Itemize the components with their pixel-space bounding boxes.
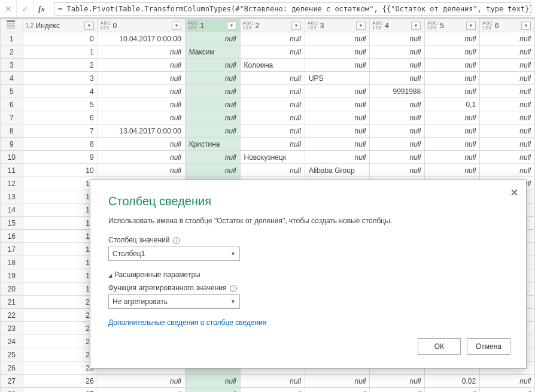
cell[interactable]: 25 <box>23 361 98 375</box>
cell[interactable]: 19 <box>23 282 98 296</box>
table-row[interactable]: 2726nullnullnullnullnull0,02null <box>1 375 535 388</box>
row-number[interactable]: 11 <box>1 164 23 177</box>
cell[interactable]: 0,02 <box>425 375 480 388</box>
cell[interactable]: 7 <box>23 124 98 138</box>
table-row[interactable]: 32nullnullКоломнаnullnullnullnull <box>1 59 535 72</box>
cell[interactable]: null <box>240 138 305 151</box>
row-number[interactable]: 24 <box>1 335 23 348</box>
cell[interactable]: null <box>185 124 240 138</box>
column-header[interactable]: ABC1231▾ <box>185 19 240 32</box>
cell[interactable]: null <box>425 45 480 59</box>
row-number[interactable]: 5 <box>1 85 23 98</box>
cell[interactable]: null <box>305 138 369 151</box>
cell[interactable]: null <box>240 164 305 177</box>
cell[interactable]: null <box>185 98 240 111</box>
cell[interactable]: null <box>370 138 425 151</box>
cell[interactable]: null <box>98 138 185 151</box>
cell[interactable]: null <box>425 124 480 138</box>
table-icon[interactable] <box>7 20 15 29</box>
row-number[interactable]: 8 <box>1 124 23 138</box>
cell[interactable]: null <box>98 388 185 393</box>
cell[interactable]: null <box>370 388 425 393</box>
cell[interactable]: 12 <box>23 190 98 203</box>
cell[interactable]: 9 <box>23 151 98 164</box>
cell[interactable]: null <box>185 388 240 393</box>
row-number[interactable]: 23 <box>1 322 23 335</box>
cell[interactable]: null <box>98 59 185 72</box>
cell[interactable]: null <box>240 32 305 45</box>
cell[interactable]: null <box>185 85 240 98</box>
cell[interactable]: null <box>425 138 480 151</box>
column-header[interactable]: 1.2Индекс▾ <box>23 19 98 32</box>
cell[interactable]: null <box>305 98 369 111</box>
column-header[interactable]: ABC1235▾ <box>425 19 480 32</box>
cell[interactable]: null <box>480 138 535 151</box>
cell[interactable]: null <box>370 45 425 59</box>
row-number[interactable]: 27 <box>1 375 23 388</box>
row-number[interactable]: 22 <box>1 309 23 322</box>
cell[interactable]: null <box>240 85 305 98</box>
cancel-formula-icon[interactable]: ✕ <box>0 1 17 17</box>
cell[interactable]: null <box>305 85 369 98</box>
cell[interactable]: null <box>240 375 305 388</box>
cell[interactable]: null <box>305 32 369 45</box>
cell[interactable]: null <box>240 98 305 111</box>
cell[interactable]: null <box>305 388 369 393</box>
cell[interactable]: null <box>425 111 480 124</box>
column-filter-button[interactable]: ▾ <box>521 22 531 30</box>
cell[interactable]: null <box>240 45 305 59</box>
cell[interactable]: 8 <box>23 138 98 151</box>
column-header[interactable]: ABC1233▾ <box>305 19 369 32</box>
cell[interactable]: null <box>480 59 535 72</box>
column-header[interactable]: ABC1232▾ <box>240 19 305 32</box>
cell[interactable]: null <box>425 72 480 85</box>
cancel-button[interactable]: Отмена <box>467 338 510 355</box>
row-number[interactable]: 2 <box>1 45 23 59</box>
cell[interactable]: 6 <box>23 111 98 124</box>
cell[interactable]: null <box>98 164 185 177</box>
cell[interactable]: Новокузнецк <box>240 151 305 164</box>
cell[interactable]: null <box>425 59 480 72</box>
cell[interactable]: 0,1 <box>425 98 480 111</box>
cell[interactable]: null <box>370 111 425 124</box>
cell[interactable]: 14 <box>23 217 98 230</box>
row-number[interactable]: 3 <box>1 59 23 72</box>
advanced-options-expander[interactable]: Расширенные параметры <box>108 271 508 279</box>
cell[interactable]: null <box>480 388 535 393</box>
column-header[interactable]: ABC1234▾ <box>370 19 425 32</box>
learn-more-link[interactable]: Дополнительные сведения о столбце сведен… <box>108 318 508 327</box>
table-row[interactable]: 54nullnullnullnull9991988nullnull <box>1 85 535 98</box>
column-header[interactable]: ABC1236▾ <box>480 19 535 32</box>
cell[interactable]: 16 <box>23 243 98 256</box>
row-number[interactable]: 21 <box>1 296 23 309</box>
cell[interactable]: null <box>98 375 185 388</box>
cell[interactable]: 23 <box>23 335 98 348</box>
row-number[interactable]: 16 <box>1 230 23 243</box>
cell[interactable]: Alibaba Group <box>305 164 369 177</box>
cell[interactable]: null <box>480 151 535 164</box>
cell[interactable]: null <box>370 32 425 45</box>
row-number[interactable]: 19 <box>1 269 23 282</box>
row-number[interactable]: 10 <box>1 151 23 164</box>
cell[interactable]: null <box>305 45 369 59</box>
cell[interactable]: 10 <box>23 164 98 177</box>
cell[interactable]: Кристина <box>185 138 240 151</box>
cell[interactable]: null <box>98 45 185 59</box>
column-filter-button[interactable]: ▾ <box>466 22 476 30</box>
cell[interactable]: null <box>425 164 480 177</box>
cell[interactable]: null <box>185 59 240 72</box>
cell[interactable]: 18 <box>23 269 98 282</box>
cell[interactable]: null <box>370 375 425 388</box>
cell[interactable]: null <box>480 164 535 177</box>
ok-button[interactable]: ОК <box>418 338 461 355</box>
cell[interactable]: null <box>425 32 480 45</box>
table-row[interactable]: 76nullnullnullnullnullnullnull <box>1 111 535 124</box>
row-number[interactable]: 17 <box>1 243 23 256</box>
cell[interactable]: null <box>98 98 185 111</box>
cell[interactable]: null <box>370 98 425 111</box>
cell[interactable]: 24 <box>23 348 98 361</box>
cell[interactable]: null <box>185 72 240 85</box>
cell[interactable]: 27 <box>23 388 98 393</box>
cell[interactable]: null <box>98 72 185 85</box>
row-number[interactable]: 28 <box>1 388 23 393</box>
